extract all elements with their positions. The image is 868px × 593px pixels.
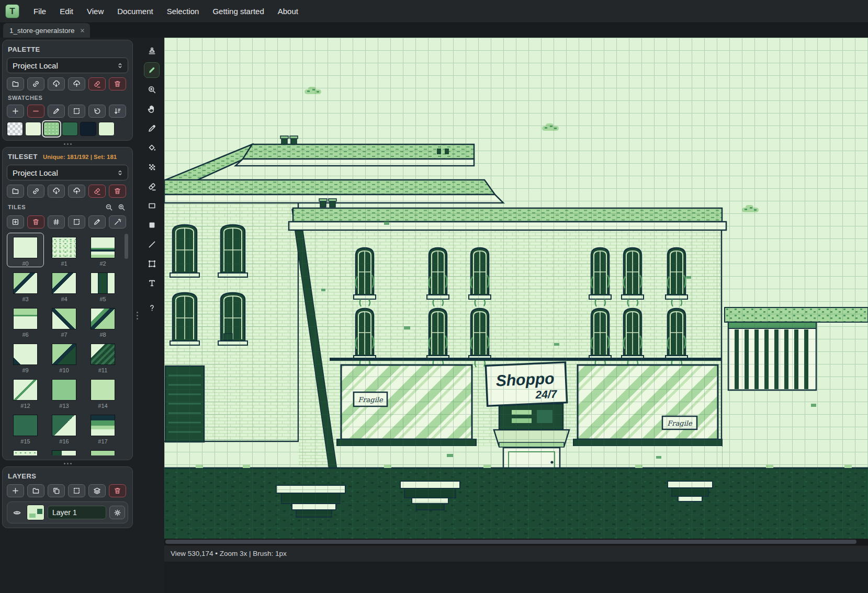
tileset-trash-button[interactable] — [109, 185, 126, 198]
swatch-minus-button[interactable] — [27, 105, 44, 118]
tileset-folder-button[interactable] — [7, 185, 24, 198]
layers-plus-button[interactable] — [7, 484, 24, 497]
panel-resize-handle[interactable] — [2, 460, 133, 466]
swatch-leaf-green[interactable] — [43, 122, 60, 136]
tiles-add-box-button[interactable] — [7, 215, 24, 229]
canvas-horizontal-scrollbar-thumb[interactable] — [165, 540, 856, 544]
filled-rect-tool[interactable] — [144, 217, 160, 233]
swatch-mist-green[interactable] — [98, 122, 115, 136]
menu-selection[interactable]: Selection — [160, 4, 206, 19]
tile-item[interactable]: #19 — [46, 446, 83, 455]
menu-about[interactable]: About — [271, 4, 305, 19]
palette-link-button[interactable] — [27, 77, 44, 90]
line-tool[interactable] — [144, 236, 160, 252]
tile-item[interactable]: #6 — [7, 304, 44, 338]
tile-item[interactable]: #13 — [46, 375, 83, 409]
tiles-zoom-out-button[interactable] — [103, 202, 115, 212]
tile-item[interactable]: #15 — [7, 410, 44, 445]
tile-item[interactable]: #5 — [84, 268, 121, 303]
layers-marquee-button[interactable] — [68, 484, 85, 497]
tile-item[interactable]: #16 — [46, 410, 83, 445]
tile-item[interactable]: #8 — [84, 304, 121, 338]
swatch-undo-button[interactable] — [88, 105, 106, 118]
canvas[interactable]: Shoppo 24/7 Fragile Fragile — [164, 38, 868, 539]
tiles-marquee-button[interactable] — [68, 215, 85, 229]
text-tool[interactable] — [144, 275, 160, 291]
tile-item[interactable]: #9 — [7, 339, 44, 374]
tiles-zoom-in-button[interactable] — [116, 202, 127, 212]
tile-item[interactable]: #7 — [46, 304, 83, 338]
layers-trash-button[interactable] — [109, 484, 126, 497]
tileset-cloud-up-button[interactable] — [68, 185, 85, 198]
tile-item[interactable]: #18 — [7, 446, 44, 455]
close-icon[interactable] — [80, 28, 85, 33]
palette-cloud-up-button[interactable] — [68, 77, 85, 90]
palette-eraser-button[interactable] — [88, 77, 106, 90]
layer-visibility-button[interactable] — [10, 506, 24, 519]
stamp-tool[interactable] — [144, 43, 160, 59]
sidebar-resize-handle[interactable] — [135, 38, 139, 593]
brush-tool[interactable] — [144, 62, 160, 78]
tiles-pencil-button[interactable] — [88, 215, 106, 229]
tiles-trash-button[interactable] — [27, 215, 44, 229]
tile-item[interactable]: #11 — [84, 339, 121, 374]
layer-settings-button[interactable] — [109, 506, 125, 519]
layers-folder-button[interactable] — [27, 484, 44, 497]
tile-item[interactable]: #1 — [46, 233, 83, 267]
layers-copy-button[interactable] — [48, 484, 65, 497]
tile-label: #4 — [61, 296, 67, 302]
palette-cloud-down-button[interactable] — [48, 77, 65, 90]
palette-trash-button[interactable] — [109, 77, 126, 90]
tile-item[interactable]: #14 — [84, 375, 121, 409]
tile-item[interactable]: #17 — [84, 410, 121, 445]
tile-item[interactable]: #4 — [46, 268, 83, 303]
swatch-transparent[interactable] — [7, 122, 23, 136]
app-logo-icon[interactable]: T — [5, 4, 19, 18]
menu-file[interactable]: File — [27, 4, 53, 19]
rectangle-tool[interactable] — [144, 198, 160, 213]
pan-tool[interactable] — [144, 101, 160, 117]
tile-item[interactable]: #2 — [84, 233, 121, 267]
tab-document[interactable]: 1_store-generalstore — [3, 23, 90, 38]
swatch-pale-green[interactable] — [25, 122, 41, 136]
swatch-pencil-button[interactable] — [48, 105, 65, 118]
palette-folder-button[interactable] — [7, 77, 24, 90]
swatch-ink-navy[interactable] — [80, 122, 96, 136]
swatch-marquee-button[interactable] — [68, 105, 85, 118]
panel-resize-handle[interactable] — [2, 141, 133, 147]
tile-list[interactable]: #0 #1 #2 #3 #4 #5 #6 #7 #8 #9 — [7, 233, 128, 455]
menu-view[interactable]: View — [80, 4, 110, 19]
tileset-source-select[interactable]: Project Local — [7, 165, 128, 180]
layers-stack-button[interactable] — [88, 484, 106, 497]
tile-item[interactable]: #10 — [46, 339, 83, 374]
layer-name-input[interactable] — [48, 506, 106, 519]
tileset-link-button[interactable] — [27, 185, 44, 198]
zoom-tool[interactable] — [144, 82, 160, 97]
canvas-art[interactable]: Shoppo 24/7 Fragile Fragile — [164, 38, 868, 539]
canvas-horizontal-scrollbar[interactable] — [164, 539, 868, 545]
tiles-wand-button[interactable] — [109, 215, 126, 229]
layer-item[interactable] — [7, 501, 128, 523]
transform-tool[interactable] — [144, 256, 160, 271]
fill-tool[interactable] — [144, 140, 160, 155]
tile-list-scrollbar-thumb[interactable] — [125, 234, 128, 259]
tileset-cloud-down-button[interactable] — [48, 185, 65, 198]
eyedropper-tool[interactable] — [144, 120, 160, 136]
tile-item[interactable]: #20 — [84, 446, 121, 455]
pattern-tool[interactable] — [144, 159, 160, 175]
eraser-tool[interactable] — [144, 178, 160, 194]
tiles-hash-button[interactable] — [48, 215, 65, 229]
tile-item[interactable]: #3 — [7, 268, 44, 303]
swatch-plus-button[interactable] — [7, 105, 24, 118]
menu-document[interactable]: Document — [110, 4, 160, 19]
tile-list-scrollbar[interactable] — [125, 234, 128, 453]
palette-source-select[interactable]: Project Local — [7, 58, 128, 73]
tileset-eraser-button[interactable] — [88, 185, 106, 198]
tile-item[interactable]: #12 — [7, 375, 44, 409]
swatch-deep-green[interactable] — [62, 122, 78, 136]
help-button[interactable] — [144, 300, 160, 315]
menu-edit[interactable]: Edit — [53, 4, 80, 19]
menu-getting-started[interactable]: Getting started — [206, 4, 270, 19]
swatch-sort-button[interactable] — [109, 105, 126, 118]
tile-item[interactable]: #0 — [7, 233, 44, 267]
